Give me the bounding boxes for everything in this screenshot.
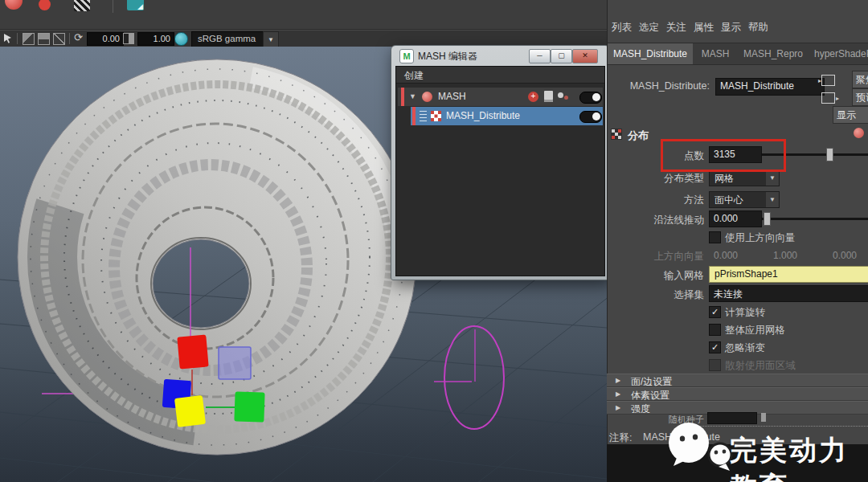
chevron-right-icon: ▶ xyxy=(616,377,620,384)
ae-menu-selected[interactable]: 选定 xyxy=(639,21,659,35)
up-vector-x: 0.000 xyxy=(714,250,738,261)
distribute-section-icon xyxy=(611,129,622,140)
push-along-normal-field[interactable]: 0.000 xyxy=(709,210,762,227)
status-separator-2 xyxy=(69,33,70,44)
apply-whole-mesh-checkbox[interactable] xyxy=(709,324,721,336)
selection-set-label: 选择集 xyxy=(593,288,704,302)
instance-cube-red[interactable] xyxy=(177,335,208,370)
layout-icon-2[interactable] xyxy=(38,33,50,45)
chevron-right-icon: ▶ xyxy=(616,404,620,411)
view-transform-dropdown-arrow[interactable]: ▼ xyxy=(263,31,279,48)
ae-menu-list[interactable]: 列表 xyxy=(612,21,632,35)
push-along-normal-label: 沿法线推动 xyxy=(593,214,704,227)
tab-mash-distribute[interactable]: MASH_Distribute xyxy=(608,43,694,64)
tab-hypershade[interactable]: hyperShadePrin xyxy=(809,43,868,64)
notes-icon[interactable] xyxy=(544,91,553,102)
up-vector-y: 1.000 xyxy=(773,250,797,261)
calc-rotation-label: 计算旋转 xyxy=(725,306,765,320)
input-mesh-field[interactable]: pPrismShape1 xyxy=(709,266,868,283)
points-slider-handle[interactable] xyxy=(826,148,833,161)
notes-label: 注释: xyxy=(609,431,632,445)
close-button[interactable]: ✕ xyxy=(572,49,598,63)
node-name-field[interactable]: MASH_Distribute xyxy=(715,78,825,96)
node-label[interactable]: MASH_Distribute xyxy=(446,110,520,121)
mash-menubar: 创建 xyxy=(396,67,604,84)
push-slider-handle[interactable] xyxy=(764,212,771,226)
input-mesh-label: 输入网格 xyxy=(593,269,704,283)
mash-distribute-node-row[interactable]: MASH_Distribute xyxy=(398,107,603,125)
menu-create[interactable]: 创建 xyxy=(404,69,424,83)
ae-menu-focus[interactable]: 关注 xyxy=(666,21,686,35)
presets-button[interactable]: 预设 xyxy=(852,88,868,106)
mash-editor-content: 创建 ▼ MASH + xyxy=(395,66,605,276)
scatter-face-area-label: 散射使用面区域 xyxy=(725,359,796,373)
tab-mash[interactable]: MASH xyxy=(693,43,739,64)
ae-menu-show[interactable]: 显示 xyxy=(721,21,741,35)
section-face-edge-settings[interactable]: ▶ 面/边设置 xyxy=(607,374,868,387)
method-label: 方法 xyxy=(593,194,704,207)
ae-menu-help[interactable]: 帮助 xyxy=(748,21,768,35)
arrow-badge-icon: ◢ xyxy=(137,2,143,10)
distribute-section-title[interactable]: 分布 xyxy=(628,129,649,143)
teal-shelf-icon[interactable]: ◢ xyxy=(127,0,144,10)
tear-off-tab-icon[interactable]: ▸ xyxy=(821,92,835,104)
gamma-field[interactable]: 1.00 xyxy=(137,32,174,46)
tab-mash-repro[interactable]: MASH_Repro xyxy=(738,43,809,64)
selection-box-translucent[interactable] xyxy=(219,347,251,379)
calc-rotation-checkbox[interactable]: ✓ xyxy=(709,306,721,318)
node-color-bar xyxy=(412,107,416,125)
node-enable-toggle[interactable] xyxy=(579,92,602,104)
layout-icon-1[interactable] xyxy=(23,33,35,45)
node-enable-toggle[interactable] xyxy=(579,111,602,123)
instance-cube-yellow[interactable] xyxy=(174,395,206,427)
select-cursor-icon[interactable] xyxy=(2,33,14,44)
copy-tab-icon[interactable]: ▸ xyxy=(821,75,835,86)
node-state-badge[interactable] xyxy=(854,128,864,138)
scatter-face-area-checkbox[interactable] xyxy=(709,359,721,371)
up-vector-label: 上方向向量 xyxy=(593,250,704,263)
seed-slider-handle[interactable] xyxy=(761,413,766,422)
utility-dots-icon[interactable] xyxy=(558,92,571,100)
status-separator xyxy=(17,33,18,44)
watermark-text: 完美动力教育 xyxy=(730,432,868,482)
layout-icon-3[interactable] xyxy=(53,33,65,45)
ae-menu-attributes[interactable]: 属性 xyxy=(694,21,714,35)
distribution-type-dropdown[interactable]: 网格 ▼ xyxy=(709,170,780,186)
node-color-bar xyxy=(401,88,404,106)
add-node-icon[interactable]: + xyxy=(528,92,538,102)
red-dot-shelf-icon[interactable] xyxy=(39,0,51,10)
chevron-down-icon: ▼ xyxy=(766,170,779,186)
focus-button[interactable]: 聚焦 xyxy=(852,71,868,88)
mash-node-row[interactable]: ▼ MASH + xyxy=(398,88,603,106)
gamma-icon[interactable] xyxy=(123,33,134,44)
ae-tab-bar: MASH_Distribute MASH MASH_Repro hyperSha… xyxy=(608,43,868,65)
sync-icon[interactable]: ⟳ xyxy=(74,31,83,43)
use-up-vector-label: 使用上方向向量 xyxy=(725,231,796,245)
node-label[interactable]: MASH xyxy=(438,91,466,102)
show-hide-button[interactable]: 显示 xyxy=(833,106,868,124)
drag-grip-icon[interactable] xyxy=(420,111,427,121)
apply-whole-mesh-label: 整体应用网格 xyxy=(725,324,785,337)
mash-editor-window[interactable]: M MASH 编辑器 ─ ▢ ✕ 创建 ▼ MASH + xyxy=(391,45,610,280)
window-title: MASH 编辑器 xyxy=(418,50,477,63)
torus-mesh[interactable] xyxy=(18,59,416,455)
use-up-vector-checkbox[interactable] xyxy=(709,231,721,243)
sphere-shelf-icon[interactable] xyxy=(5,0,23,10)
selection-set-field[interactable]: 未连接 xyxy=(709,285,868,302)
push-slider-track[interactable] xyxy=(762,218,868,220)
expand-arrow-icon[interactable]: ▼ xyxy=(409,92,416,100)
section-voxel-settings[interactable]: ▶ 体素设置 xyxy=(607,387,868,401)
distribute-waffle-icon xyxy=(431,111,441,121)
mash-dots-shelf-icon[interactable] xyxy=(74,0,90,11)
shelf-separator xyxy=(113,0,113,13)
annotation-highlight-box xyxy=(661,139,786,172)
view-transform-select[interactable]: sRGB gamma xyxy=(191,31,269,48)
maximize-button[interactable]: ▢ xyxy=(551,49,572,63)
shelf-bar: ◢ xyxy=(0,0,607,30)
instance-cube-green[interactable] xyxy=(234,391,264,422)
exposure-field[interactable]: 0.00 xyxy=(87,32,124,46)
minimize-button[interactable]: ─ xyxy=(529,49,551,63)
ignore-gradient-checkbox[interactable]: ✓ xyxy=(709,341,721,353)
color-management-icon[interactable] xyxy=(174,32,188,46)
method-dropdown[interactable]: 面中心 ▼ xyxy=(709,191,780,208)
